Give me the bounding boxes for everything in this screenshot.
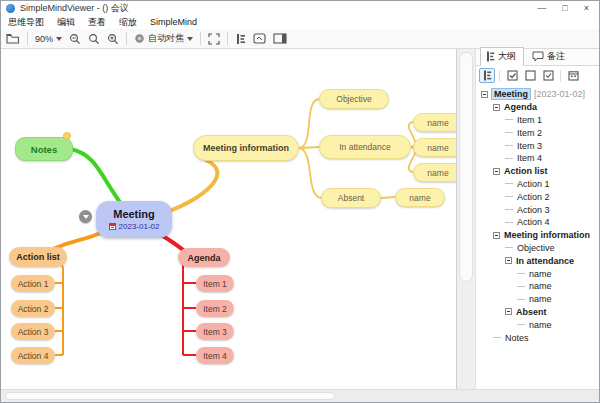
- mindmap-node-name-1[interactable]: name: [413, 113, 457, 132]
- outline-row-meeting-information[interactable]: Meeting information: [476, 229, 599, 242]
- zoom-in-button[interactable]: [107, 33, 119, 45]
- maximize-button[interactable]: □: [562, 1, 567, 15]
- mindmap-node-action-3[interactable]: Action 3: [11, 323, 55, 340]
- menu-item-view[interactable]: 查看: [88, 16, 106, 29]
- sidebar-layout-button[interactable]: [273, 33, 287, 44]
- autofocus-label: 自动对焦: [148, 32, 184, 45]
- menu-item-edit[interactable]: 编辑: [57, 16, 75, 29]
- outline-row-agenda[interactable]: Agenda: [476, 101, 599, 114]
- mindmap-node-action-1[interactable]: Action 1: [11, 275, 55, 292]
- outline-row-action-list[interactable]: Action list: [476, 165, 599, 178]
- tab-outline[interactable]: 大纲: [480, 47, 524, 66]
- horizontal-scrollbar[interactable]: [1, 389, 599, 402]
- open-file-button[interactable]: [6, 33, 20, 44]
- node-label: Absent: [338, 193, 364, 203]
- check-all-button[interactable]: [504, 68, 520, 83]
- vertical-scrollbar-thumb[interactable]: [459, 52, 473, 282]
- mindmap-node-item-1[interactable]: Item 1: [196, 275, 234, 292]
- outline-row-in-attendance[interactable]: In attendance: [476, 254, 599, 267]
- collapse-toggle-icon[interactable]: [505, 257, 512, 264]
- mindmap-node-action-2[interactable]: Action 2: [11, 300, 55, 317]
- mindmap-node-agenda[interactable]: Agenda: [178, 248, 230, 267]
- outline-mode-button[interactable]: [479, 68, 495, 83]
- collapse-toggle-icon[interactable]: [493, 232, 500, 239]
- zoom-level-dropdown[interactable]: 90%: [35, 34, 62, 44]
- node-label: Item 4: [203, 351, 227, 361]
- outline-row-name-2[interactable]: name: [476, 280, 599, 293]
- outline-label: Objective: [517, 243, 555, 253]
- outline-row-name-3[interactable]: name: [476, 293, 599, 306]
- minimize-button[interactable]: —: [537, 1, 546, 15]
- dropdown-arrow-icon: [56, 37, 62, 41]
- vertical-scrollbar[interactable]: [457, 49, 476, 389]
- menu-item-zoom[interactable]: 缩放: [119, 16, 137, 29]
- mindmap-node-name-3[interactable]: name: [413, 163, 457, 182]
- tab-notes[interactable]: 备注: [526, 47, 573, 66]
- outline-row-item-4[interactable]: Item 4: [476, 152, 599, 165]
- outline-row-name-4[interactable]: name: [476, 318, 599, 331]
- outline-row-action-2[interactable]: Action 2: [476, 190, 599, 203]
- outline-label: name: [529, 294, 552, 304]
- collapse-toggle-icon[interactable]: [481, 91, 488, 98]
- notes-panel-button[interactable]: [253, 33, 266, 44]
- horizontal-scrollbar-thumb[interactable]: [5, 392, 335, 400]
- outline-row-absent[interactable]: Absent: [476, 306, 599, 319]
- node-label: Item 1: [203, 279, 227, 289]
- outline-panel-button[interactable]: [235, 33, 246, 45]
- menu-item-simplemind[interactable]: SimpleMind: [150, 17, 197, 27]
- autofocus-dropdown[interactable]: 自动对焦: [134, 32, 193, 45]
- mindmap-node-item-3[interactable]: Item 3: [196, 323, 234, 340]
- outline-row-meeting[interactable]: Meeting[2023-01-02]: [476, 88, 599, 101]
- menu-item-mindmap[interactable]: 思维导图: [8, 16, 44, 29]
- date-value: 2023-01-02: [119, 222, 160, 231]
- outline-row-notes[interactable]: Notes: [476, 331, 599, 344]
- mindmap-node-objective[interactable]: Objective: [319, 89, 389, 109]
- mindmap-node-meeting-information[interactable]: Meeting information: [193, 135, 299, 161]
- dropdown-arrow-icon: [187, 37, 193, 41]
- outline-row-item-3[interactable]: Item 3: [476, 139, 599, 152]
- show-checked-button[interactable]: [540, 68, 556, 83]
- mindmap-node-absent[interactable]: Absent: [321, 188, 381, 208]
- node-label: Notes: [31, 144, 57, 155]
- uncheck-all-button[interactable]: [522, 68, 538, 83]
- outline-row-action-3[interactable]: Action 3: [476, 203, 599, 216]
- outline-label: Item 2: [517, 128, 542, 138]
- outline-row-action-4[interactable]: Action 4: [476, 216, 599, 229]
- mindmap-node-item-2[interactable]: Item 2: [196, 300, 234, 317]
- mindmap-node-item-4[interactable]: Item 4: [196, 347, 234, 364]
- toolbar-separator: [227, 32, 228, 45]
- node-label: Meeting information: [203, 143, 289, 153]
- outline-row-objective[interactable]: Objective: [476, 242, 599, 255]
- show-dates-button[interactable]: [565, 68, 581, 83]
- collapse-branch-icon[interactable]: [79, 210, 92, 223]
- mindmap-node-action-list[interactable]: Action list: [9, 247, 67, 267]
- tree-branch-icon: [505, 145, 513, 146]
- app-icon: [6, 4, 15, 13]
- mindmap-node-notes[interactable]: Notes: [15, 137, 73, 161]
- mindmap-node-action-4[interactable]: Action 4: [11, 347, 55, 364]
- mindmap-node-in-attendance[interactable]: In attendance: [319, 135, 411, 159]
- zoom-reset-button[interactable]: [88, 33, 100, 45]
- fullscreen-button[interactable]: [208, 33, 220, 45]
- node-label: name: [427, 168, 448, 178]
- node-label: Action 2: [18, 304, 49, 314]
- outline-row-action-1[interactable]: Action 1: [476, 178, 599, 191]
- outline-row-name-1[interactable]: name: [476, 267, 599, 280]
- outline-label: Item 3: [517, 141, 542, 151]
- close-button[interactable]: ×: [584, 1, 589, 15]
- mindmap-node-name-2[interactable]: name: [413, 138, 457, 157]
- mindmap-node-meeting[interactable]: Meeting 2023-01-02: [96, 201, 172, 238]
- outline-row-item-1[interactable]: Item 1: [476, 114, 599, 127]
- collapse-toggle-icon[interactable]: [505, 308, 512, 315]
- mindmap-node-name-4[interactable]: name: [395, 188, 445, 207]
- mindmap-canvas[interactable]: Notes Meeting information Objective In a…: [1, 49, 457, 389]
- outline-label: Absent: [516, 307, 547, 317]
- outline-row-item-2[interactable]: Item 2: [476, 126, 599, 139]
- autofocus-target-icon: [134, 33, 145, 44]
- collapse-toggle-icon[interactable]: [493, 168, 500, 175]
- zoom-out-button[interactable]: [69, 33, 81, 45]
- node-label: Agenda: [187, 253, 220, 263]
- outline-label: name: [529, 281, 552, 291]
- collapse-toggle-icon[interactable]: [493, 104, 500, 111]
- tree-branch-icon: [517, 286, 525, 287]
